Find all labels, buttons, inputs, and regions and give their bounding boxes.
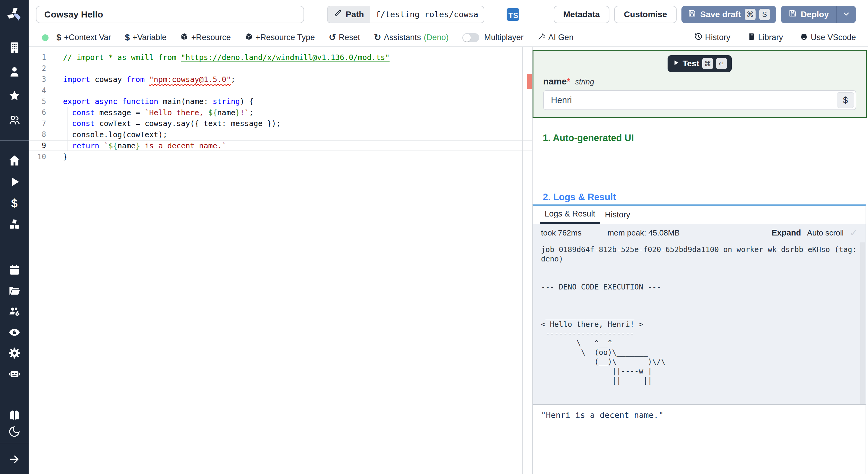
folders-icon[interactable] — [7, 284, 22, 298]
path-label: Path — [346, 10, 364, 19]
groups-settings-icon[interactable] — [7, 304, 22, 318]
tabs-row: Logs & Result History — [533, 206, 866, 224]
deploy-label: Deploy — [801, 10, 829, 19]
multiplayer-toggle[interactable] — [462, 33, 479, 42]
add-variable-button[interactable]: $ +Variable — [125, 33, 166, 42]
docs-book-icon[interactable] — [7, 409, 22, 423]
chevron-down-icon — [842, 10, 850, 19]
expand-sidebar-arrow-icon[interactable] — [7, 452, 22, 466]
save-draft-button[interactable]: Save draft ⌘ S — [681, 6, 776, 23]
add-resource-button[interactable]: +Resource — [180, 33, 230, 43]
expand-button[interactable]: Expand — [772, 228, 801, 238]
editor-overview-ruler — [522, 47, 523, 474]
history-clock-icon — [694, 33, 702, 43]
result-area: "Henri is a decent name." — [533, 404, 866, 474]
dollar-icon: $ — [56, 33, 61, 42]
cmd-key-badge: ⌘ — [702, 58, 713, 69]
sidebar-divider — [0, 140, 29, 141]
logs-scrollbar[interactable] — [860, 242, 865, 404]
workers-robot-icon[interactable] — [7, 367, 22, 381]
dark-mode-moon-icon[interactable] — [7, 424, 22, 438]
line-number: 6 — [29, 108, 55, 117]
assistants-lang-label: (Deno) — [424, 33, 449, 42]
pencil-icon — [334, 9, 342, 20]
script-title-input[interactable] — [36, 6, 304, 23]
code-editor[interactable]: 1// import * as wmill from "https://deno… — [29, 47, 532, 474]
insert-variable-button[interactable]: $ — [837, 92, 854, 108]
arg-name-label: name* — [543, 76, 570, 87]
run-stats-row: took 762ms mem peak: 45.08MB Expand Auto… — [533, 224, 866, 241]
deploy-button[interactable]: Deploy — [781, 6, 836, 23]
resources-cubes-icon[interactable] — [7, 218, 22, 232]
windmill-script-editor: $ — [0, 0, 868, 474]
indent-guide — [67, 107, 68, 151]
metadata-button[interactable]: Metadata — [554, 6, 610, 23]
reset-button[interactable]: ↺ Reset — [329, 33, 360, 42]
home-icon[interactable] — [7, 153, 22, 167]
section-logs-result: 2. Logs & Result — [543, 192, 868, 203]
code-lines: 1// import * as wmill from "https://deno… — [29, 52, 532, 162]
refresh-icon: ↻ — [374, 33, 381, 42]
main-area: Path f/testing_roles/cowsa TS Metadata C… — [29, 0, 868, 474]
package-icon — [180, 33, 188, 43]
code-line: 10} — [29, 151, 532, 162]
s-key-badge: S — [759, 9, 770, 20]
autoscroll-label: Auto scroll — [807, 228, 844, 238]
topbar: Path f/testing_roles/cowsa TS Metadata C… — [29, 0, 868, 29]
customise-button[interactable]: Customise — [614, 6, 677, 23]
schedules-calendar-icon[interactable] — [7, 263, 22, 277]
tab-logs-result[interactable]: Logs & Result — [540, 206, 600, 224]
autoscroll-checkbox[interactable]: ✓ — [849, 227, 858, 238]
ai-gen-button[interactable]: AI Gen — [537, 33, 574, 43]
sidebar: $ — [0, 0, 29, 474]
reset-icon: ↺ — [329, 33, 336, 42]
error-marker — [527, 74, 532, 89]
deploy-split-button: Deploy — [781, 6, 856, 23]
path-value[interactable]: f/testing_roles/cowsa — [370, 6, 484, 23]
workspace-building-icon[interactable] — [7, 41, 22, 55]
code-line: 1// import * as wmill from "https://deno… — [29, 52, 532, 63]
use-vscode-button[interactable]: Use VScode — [800, 33, 856, 43]
add-context-var-button[interactable]: $ +Context Var — [56, 33, 111, 42]
line-number: 2 — [29, 64, 55, 73]
logs-output: job 0189d64f-812b-525e-f020-652bd9da1100… — [533, 241, 866, 404]
dollar-icon: $ — [125, 33, 130, 42]
workspace: 1// import * as wmill from "https://deno… — [29, 47, 868, 474]
line-number: 10 — [29, 153, 55, 161]
line-number: 7 — [29, 119, 55, 128]
arg-type-label: string — [575, 77, 594, 87]
favorites-star-icon[interactable] — [7, 89, 22, 103]
path-button[interactable]: Path f/testing_roles/cowsa — [327, 6, 484, 23]
code-line: 3import cowsay from "npm:cowsay@1.5.0"; — [29, 74, 532, 85]
enter-key-badge: ↵ — [716, 58, 727, 69]
package-icon — [245, 33, 253, 43]
code-line: 9 return `${name} is a decent name.` — [29, 140, 532, 151]
user-icon[interactable] — [7, 65, 22, 79]
result-output: "Henri is a decent name." — [541, 410, 858, 420]
settings-gear-icon[interactable] — [7, 346, 22, 360]
windmill-logo-icon[interactable] — [0, 0, 29, 29]
code-line: 2 — [29, 63, 532, 74]
arg-name-input[interactable] — [543, 90, 856, 110]
code-line: 4 — [29, 85, 532, 96]
tab-history[interactable]: History — [600, 206, 635, 224]
line-number: 1 — [29, 53, 55, 61]
assistants-button[interactable]: ↻ Assistants (Deno) — [374, 33, 449, 42]
groups-users-icon[interactable] — [7, 113, 22, 127]
audit-eye-icon[interactable] — [7, 325, 22, 339]
test-button[interactable]: Test ⌘ ↵ — [668, 55, 732, 72]
add-resource-type-button[interactable]: +Resource Type — [245, 33, 315, 43]
runs-play-icon[interactable] — [7, 175, 22, 189]
variables-dollar-icon[interactable]: $ — [7, 196, 22, 210]
deploy-dropdown-button[interactable] — [836, 6, 856, 23]
magic-wand-icon — [537, 33, 546, 43]
history-button[interactable]: History — [694, 33, 730, 43]
line-number: 5 — [29, 97, 55, 106]
line-number: 4 — [29, 86, 55, 95]
editor-toolbar: $ +Context Var $ +Variable +Resource — [29, 29, 868, 47]
library-button[interactable]: Library — [747, 33, 783, 43]
save-icon — [687, 9, 696, 20]
code-line: 6 const message = `Hello there, ${name}!… — [29, 107, 532, 118]
line-number: 8 — [29, 130, 55, 139]
took-duration: took 762ms — [541, 228, 581, 238]
